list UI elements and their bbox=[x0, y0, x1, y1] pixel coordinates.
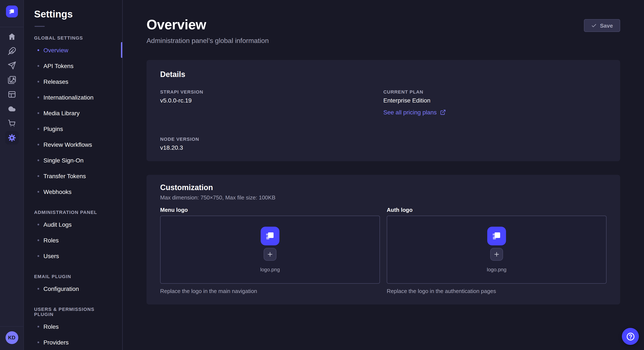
marketplace-cart-icon bbox=[8, 119, 16, 128]
bullet-icon bbox=[38, 175, 39, 177]
rail-divider bbox=[0, 27, 24, 27]
pricing-plans-link[interactable]: See all pricing plans bbox=[383, 109, 446, 116]
bullet-icon bbox=[38, 341, 39, 343]
settings-subnav: Settings GLOBAL SETTINGS Overview API To… bbox=[24, 0, 123, 350]
field-label: STRAPI VERSION bbox=[160, 89, 383, 94]
auth-logo-add-button[interactable] bbox=[490, 248, 503, 261]
subnav-title: Settings bbox=[34, 8, 112, 20]
bullet-icon bbox=[38, 326, 39, 327]
cloud-icon bbox=[8, 105, 16, 113]
field-label: NODE VERSION bbox=[160, 137, 383, 142]
rail-bottom-divider bbox=[0, 326, 24, 327]
sidebar-item-label: Providers bbox=[44, 339, 68, 346]
rail-item-cloud[interactable] bbox=[5, 102, 18, 116]
auth-logo-block: Auth logo logo.png bbox=[387, 207, 606, 294]
customization-card-title: Customization bbox=[160, 183, 606, 192]
bullet-icon bbox=[38, 144, 39, 145]
settings-gear-icon bbox=[8, 134, 16, 142]
help-button[interactable] bbox=[622, 328, 639, 345]
page-header: Overview Administration panel’s global i… bbox=[146, 0, 620, 45]
menu-logo-add-button[interactable] bbox=[264, 248, 276, 261]
sidebar-item-label: Roles bbox=[44, 237, 59, 243]
sidebar-item-api-tokens[interactable]: API Tokens bbox=[38, 58, 122, 74]
paper-plane-icon bbox=[8, 61, 16, 70]
customization-card-subtitle: Max dimension: 750×750, Max file size: 1… bbox=[160, 194, 606, 201]
strapi-version-field: STRAPI VERSION v5.0.0-rc.19 bbox=[160, 89, 383, 116]
rail-item-marketplace[interactable] bbox=[5, 117, 18, 130]
sidebar-item-label: Configuration bbox=[44, 285, 79, 292]
rail-item-content-manager[interactable] bbox=[5, 44, 18, 58]
sidebar-item-label: Transfer Tokens bbox=[44, 173, 86, 179]
section-label-email-plugin: EMAIL PLUGIN bbox=[34, 274, 112, 279]
sidebar-item-label: Media Library bbox=[44, 110, 80, 116]
section-label-users-permissions-plugin: USERS & PERMISSIONS PLUGIN bbox=[34, 307, 112, 317]
bullet-icon bbox=[38, 288, 39, 289]
bullet-icon bbox=[38, 159, 39, 161]
sidebar-item-webhooks[interactable]: Webhooks bbox=[38, 184, 122, 199]
node-version-field: NODE VERSION v18.20.3 bbox=[160, 137, 383, 151]
sidebar-item-label: Releases bbox=[44, 78, 68, 85]
sidebar-item-review-workflows[interactable]: Review Workflows bbox=[38, 137, 122, 152]
page-subtitle: Administration panel’s global informatio… bbox=[146, 37, 620, 45]
sidebar-item-label: API Tokens bbox=[44, 62, 74, 69]
rail-item-media-library[interactable] bbox=[5, 73, 18, 87]
details-card: Details STRAPI VERSION v5.0.0-rc.19 CURR… bbox=[146, 60, 620, 161]
strapi-logo-icon bbox=[8, 7, 16, 15]
bullet-icon bbox=[38, 223, 39, 225]
save-button-label: Save bbox=[600, 22, 613, 29]
sidebar-item-transfer-tokens[interactable]: Transfer Tokens bbox=[38, 168, 122, 184]
sidebar-item-label: Plugins bbox=[44, 125, 63, 132]
question-circle-icon bbox=[626, 332, 635, 341]
sidebar-item-media-library[interactable]: Media Library bbox=[38, 105, 122, 121]
sidebar-item-label: Users bbox=[44, 252, 59, 259]
field-value: Enterprise Edition bbox=[383, 97, 606, 104]
strapi-logo-icon bbox=[264, 230, 276, 242]
rail-item-home[interactable] bbox=[5, 30, 18, 43]
strapi-logo-icon bbox=[490, 230, 503, 242]
rail-item-workspace[interactable] bbox=[6, 5, 18, 17]
section-label-global-settings: GLOBAL SETTINGS bbox=[34, 35, 112, 40]
rail-item-deploy[interactable] bbox=[5, 59, 18, 72]
section-list-global-settings: Overview API Tokens Releases Internation… bbox=[24, 42, 122, 199]
section-list-administration-panel: Audit Logs Roles Users bbox=[24, 216, 122, 264]
check-icon bbox=[591, 23, 596, 28]
logos-row: Menu logo logo.png bbox=[160, 207, 606, 294]
plus-icon bbox=[267, 251, 274, 258]
bullet-icon bbox=[38, 128, 39, 130]
sidebar-item-email-configuration[interactable]: Configuration bbox=[38, 281, 122, 296]
sidebar-item-internationalization[interactable]: Internationalization bbox=[38, 89, 122, 105]
main-content: Overview Administration panel’s global i… bbox=[123, 0, 644, 350]
sidebar-item-single-sign-on[interactable]: Single Sign-On bbox=[38, 152, 122, 168]
sidebar-item-releases[interactable]: Releases bbox=[38, 74, 122, 89]
save-button[interactable]: Save bbox=[584, 19, 620, 32]
field-value: v18.20.3 bbox=[160, 144, 383, 151]
sidebar-item-up-providers[interactable]: Providers bbox=[38, 334, 122, 350]
sidebar-item-up-roles[interactable]: Roles bbox=[38, 319, 122, 334]
bullet-icon bbox=[38, 81, 39, 82]
details-grid: STRAPI VERSION v5.0.0-rc.19 CURRENT PLAN… bbox=[160, 89, 606, 151]
subnav-title-divider bbox=[34, 26, 45, 27]
page-title: Overview bbox=[146, 17, 620, 33]
bullet-icon bbox=[38, 191, 39, 192]
menu-logo-filename: logo.png bbox=[260, 267, 280, 273]
strapi-admin-app: KD Settings GLOBAL SETTINGS Overview API… bbox=[0, 0, 644, 350]
rail-item-content-type-builder[interactable] bbox=[5, 88, 18, 101]
layout-icon bbox=[8, 90, 16, 99]
sidebar-item-admin-roles[interactable]: Roles bbox=[38, 232, 122, 248]
field-value: v5.0.0-rc.19 bbox=[160, 97, 383, 104]
auth-logo-label: Auth logo bbox=[387, 207, 606, 213]
sidebar-item-audit-logs[interactable]: Audit Logs bbox=[38, 216, 122, 232]
sidebar-item-admin-users[interactable]: Users bbox=[38, 248, 122, 264]
plus-icon bbox=[493, 251, 500, 258]
user-avatar[interactable]: KD bbox=[5, 331, 18, 344]
field-label: CURRENT PLAN bbox=[383, 89, 606, 94]
feather-icon bbox=[8, 47, 16, 55]
sidebar-item-label: Webhooks bbox=[44, 188, 72, 195]
external-link-icon bbox=[440, 109, 446, 115]
sidebar-item-plugins[interactable]: Plugins bbox=[38, 121, 122, 137]
sidebar-item-overview[interactable]: Overview bbox=[38, 42, 122, 58]
customization-card: Customization Max dimension: 750×750, Ma… bbox=[146, 175, 620, 305]
main-nav-rail: KD bbox=[0, 0, 24, 350]
sidebar-item-label: Overview bbox=[44, 47, 68, 53]
rail-item-settings[interactable] bbox=[5, 131, 18, 145]
